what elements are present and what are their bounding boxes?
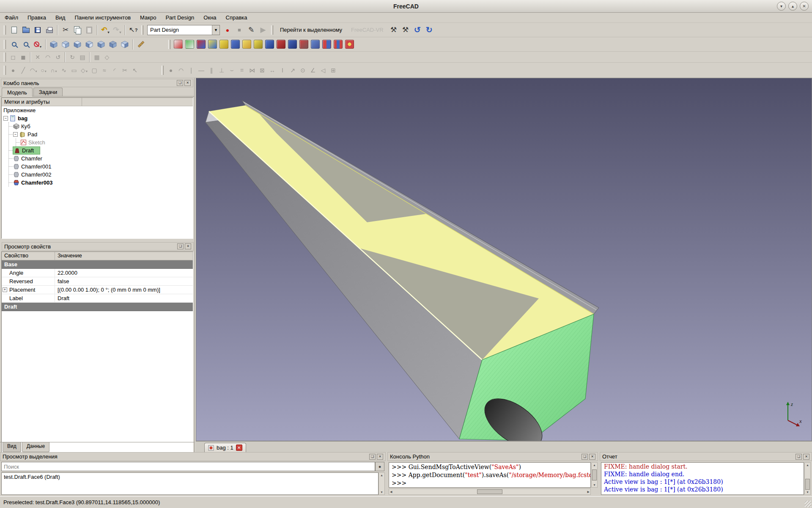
close-panel-icon[interactable]: ✕ [803,454,809,460]
new-document-icon[interactable] [8,24,20,36]
navigation-undo-icon[interactable]: ↺ [411,24,423,36]
float-panel-icon[interactable]: ❏ [796,454,802,460]
record-macro-icon[interactable]: ● [222,24,233,36]
select-elements-icon[interactable]: ◻ [8,52,18,62]
revolution-icon[interactable] [254,40,263,49]
linear-pattern-icon[interactable] [334,40,343,49]
selection-search-input[interactable] [1,462,375,471]
parallel-constraint-icon[interactable]: ∥ [206,66,217,75]
edit-sketch-icon[interactable] [185,40,194,49]
draft-icon[interactable] [299,40,308,49]
tree-item-draft[interactable]: Draft [9,146,193,155]
combo-panel-titlebar[interactable]: Комбо панель ❏ ✕ [1,79,193,87]
redo-icon[interactable]: ↷▾ [111,24,123,36]
resize-grip[interactable] [805,501,811,507]
scrollbar-thumb[interactable] [805,479,810,490]
tab-view[interactable]: Вид [3,442,21,452]
property-panel-titlebar[interactable]: Просмотр свойств ❏ ✕ [2,242,194,251]
view-bottom-icon[interactable] [107,39,119,50]
scrollbar-vertical[interactable]: ▲ ▼ [804,462,811,495]
python-console-titlebar[interactable]: Консоль Python ❏ ✕ [387,452,598,461]
scroll-right-icon[interactable]: ▶ [587,489,590,494]
navigation-redo-icon[interactable]: ↻ [423,24,435,36]
close-window-button[interactable]: ✕ [800,2,809,11]
tab-tasks[interactable]: Задачи [33,88,63,96]
tree-item-chamfer001[interactable]: Chamfer001 [9,163,193,171]
scroll-up-icon[interactable]: ▲ [805,463,810,467]
goto-selection-button[interactable]: Перейти к выделенному [275,25,347,36]
scroll-down-icon[interactable]: ▼ [379,490,384,494]
pocket-icon[interactable] [231,40,240,49]
scroll-left-icon[interactable]: ◀ [389,489,393,494]
conic-icon[interactable]: ∩▾ [49,66,59,75]
collapse-icon[interactable]: − [3,116,8,121]
tree-item-chamfer002[interactable]: Chamfer002 [9,171,193,179]
distance-x-icon[interactable]: ↔ [267,66,277,75]
property-row-angle[interactable]: Angle 22.0000 [2,269,193,277]
pad-icon[interactable] [219,40,228,49]
tree-root-application[interactable]: Приложение [2,106,193,114]
close-shape-icon[interactable]: ✕ [33,52,43,62]
open-document-icon[interactable] [20,24,32,36]
scroll-down-icon[interactable]: ▼ [592,483,597,487]
toolbar-handle[interactable] [141,25,143,35]
property-columns[interactable]: Свойство Значение [2,252,193,260]
property-row-label[interactable]: Label Draft [2,294,193,303]
toolbar-handle[interactable] [162,66,164,75]
view-section-icon[interactable]: ▤ [77,52,88,62]
redo-sketch-icon[interactable]: ↻ [67,52,77,62]
fillet-sketch-icon[interactable]: ◜ [110,66,120,75]
polar-pattern-icon[interactable] [345,40,354,49]
close-tab-icon[interactable]: ✕ [236,444,242,451]
cut-icon[interactable]: ✂ [60,24,71,36]
grid-toggle-icon[interactable]: ▦ [92,52,102,62]
save-icon[interactable] [32,24,44,36]
point-on-object-icon[interactable]: ◠ [176,66,186,75]
search-options-icon[interactable]: ● [375,462,384,471]
snell-law-icon[interactable]: ◁ [318,66,328,75]
map-sketch-icon[interactable] [197,40,206,49]
maximize-window-button[interactable]: ▴ [788,2,797,11]
toggle-constraint-icon[interactable]: ⊞ [328,66,338,75]
document-tab-bag[interactable]: bag : 1 ✕ [204,443,246,452]
chamfer-icon[interactable] [288,40,297,49]
groove-icon[interactable] [265,40,274,49]
scroll-up-icon[interactable]: ▲ [379,473,384,478]
rectangle-icon[interactable]: ▭ [69,66,79,75]
slot-icon[interactable]: ▢ [89,66,99,75]
undo-sketch-icon[interactable]: ↺ [53,52,63,62]
angle-constraint-icon[interactable]: ∠ [308,66,318,75]
scroll-down-icon[interactable]: ▼ [805,490,810,494]
view-left-icon[interactable] [119,39,131,50]
equal-constraint-icon[interactable]: = [237,66,247,75]
block-constraint-icon[interactable]: ⊠ [257,66,267,75]
thickness-icon[interactable] [311,40,320,49]
toolbar-handle[interactable] [4,40,6,49]
external-geometry-icon[interactable]: ↖ [130,66,140,75]
trim-icon[interactable]: ✂ [120,66,130,75]
shade-window-button[interactable]: ▾ [777,2,786,11]
undo-icon[interactable]: ↶▾ [99,24,111,36]
float-panel-icon[interactable]: ❏ [177,243,184,249]
coincident-constraint-icon[interactable]: ● [166,66,176,75]
circle-icon[interactable]: ○▾ [38,66,49,75]
python-console-output[interactable]: >>> Gui.SendMsgToActiveView("SaveAs") >>… [389,462,591,488]
edit-macro-icon[interactable]: ✎ [245,24,257,36]
tree-item-pad[interactable]: − Pad [9,130,193,138]
scrollbar-thumb[interactable] [592,469,597,480]
radius-constraint-icon[interactable]: ⊙ [298,66,308,75]
collapse-icon[interactable]: − [13,132,18,137]
view-axonometric-icon[interactable] [48,39,60,50]
selection-view-titlebar[interactable]: Просмотр выделения ❏ ✕ [0,452,386,461]
property-row-reversed[interactable]: Reversed false [2,277,193,286]
3d-scene[interactable] [196,78,812,441]
snap-toggle-icon[interactable]: ◇ [102,52,112,62]
toolbar-handle[interactable] [4,66,6,75]
scrollbar-vertical[interactable]: ▲ ▼ [379,472,385,495]
horizontal-constraint-icon[interactable]: — [196,66,206,75]
zoom-icon[interactable] [20,39,32,50]
transform-right-icon[interactable]: ⚒ [400,24,411,36]
whats-this-icon[interactable]: ↖? [127,24,139,36]
transform-left-icon[interactable]: ⚒ [388,24,400,36]
menu-help[interactable]: Справка [221,13,252,22]
